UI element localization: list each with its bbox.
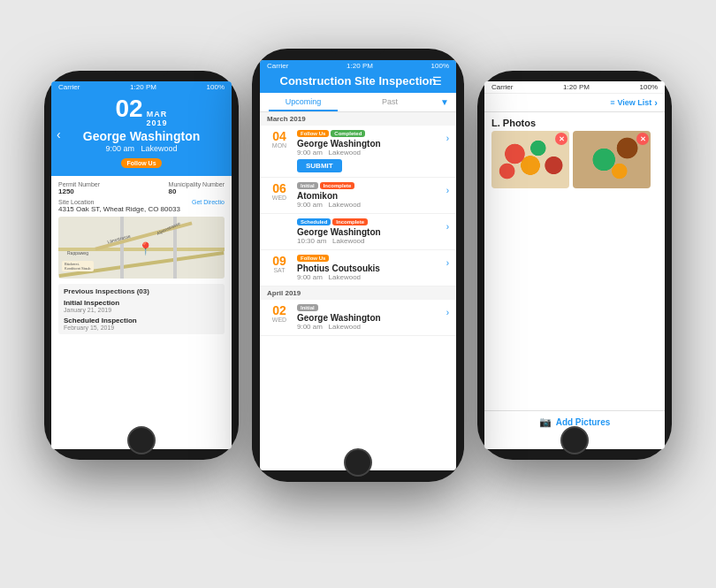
right-header: ≡ View List › bbox=[484, 94, 665, 112]
get-directions-link[interactable]: Get Directio bbox=[192, 199, 225, 205]
remove-photo-button[interactable]: ✕ bbox=[636, 133, 649, 145]
inspection-name-initial: Initial Inspection bbox=[64, 299, 219, 307]
follow-button[interactable]: Follow Us bbox=[121, 158, 161, 168]
center-status-bar: Carrier 1:20 PM 100% bbox=[260, 60, 456, 72]
center-carrier: Carrier bbox=[267, 62, 288, 70]
inspection-date-scheduled: February 15, 2019 bbox=[64, 325, 219, 331]
insp-name: Photius Coutsoukis bbox=[297, 263, 446, 273]
add-pictures-button[interactable]: 📷 Add Pictures bbox=[484, 410, 665, 433]
insp-content: Follow Us Photius Coutsoukis 9:00 am Lak… bbox=[297, 255, 446, 281]
left-screen: Carrier 1:20 PM 100% ‹ 02 MAR 2019 Georg… bbox=[51, 81, 232, 449]
municipality-label: Municipality Number bbox=[169, 181, 225, 187]
permit-block: Permit Number 1250 bbox=[58, 181, 100, 195]
dow: WED bbox=[267, 317, 292, 323]
left-header: ‹ 02 MAR 2019 George Washington 9:00 am … bbox=[51, 93, 232, 176]
insp-time-loc: 9:00 am Lakewood bbox=[297, 149, 446, 157]
left-time-location: 9:00 am Lakewood bbox=[58, 144, 225, 153]
municipality-block: Municipality Number 80 bbox=[169, 181, 225, 195]
insp-time-loc: 10:30 am Lakewood bbox=[297, 237, 446, 245]
app-title: Construction Site Inspection bbox=[280, 74, 437, 88]
center-header: Construction Site Inspection ☰ bbox=[260, 72, 456, 93]
tab-past[interactable]: Past bbox=[347, 93, 433, 111]
site-address: 4315 Oak ST, Wheat Ridge, CO 80033 bbox=[58, 205, 225, 213]
left-carrier: Carrier bbox=[58, 83, 80, 91]
day: 09 bbox=[267, 255, 292, 267]
insp-badges: Follow Us Completed bbox=[297, 130, 446, 137]
badge-completed: Completed bbox=[331, 130, 365, 137]
badge-incomplete: Incomplete bbox=[332, 218, 368, 225]
list-item[interactable]: Scheduled Incomplete George Washington 1… bbox=[260, 214, 456, 250]
tab-upcoming[interactable]: Upcoming bbox=[260, 93, 347, 111]
chevron-right-icon: › bbox=[446, 130, 449, 143]
right-screen: Carrier 1:20 PM 100% ≡ View List › L. Ph… bbox=[484, 81, 665, 449]
menu-icon[interactable]: ☰ bbox=[432, 75, 442, 88]
inspection-name-scheduled: Scheduled Inspection bbox=[64, 317, 219, 325]
map-preview[interactable]: Rappaweg Länsstrasse Alpenstrasse Bäcker… bbox=[58, 217, 225, 279]
insp-badges: Scheduled Incomplete bbox=[297, 218, 446, 225]
insp-name: George Washington bbox=[297, 227, 446, 237]
site-location-block: Site Location Get Directio 4315 Oak ST, … bbox=[58, 199, 225, 213]
photos-section-title: L. Photos bbox=[484, 112, 665, 131]
dow: WED bbox=[267, 195, 292, 201]
chevron-right-icon: › bbox=[446, 255, 449, 268]
submit-button[interactable]: SUBMIT bbox=[297, 159, 342, 172]
list-item[interactable]: 09 SAT Follow Us Photius Coutsoukis 9:00… bbox=[260, 250, 456, 286]
permit-row: Permit Number 1250 Municipality Number 8… bbox=[58, 181, 225, 195]
day: 02 bbox=[267, 304, 292, 317]
dow: SAT bbox=[267, 267, 292, 273]
list-item[interactable]: 04 MON Follow Us Completed George Washin… bbox=[260, 126, 456, 178]
insp-badges: Initial Incomplete bbox=[297, 182, 446, 189]
left-battery: 100% bbox=[207, 83, 225, 91]
back-arrow-icon[interactable]: ‹ bbox=[57, 127, 61, 141]
chevron-right-icon: › bbox=[446, 182, 449, 195]
inspection-item-initial: Initial Inspection January 21, 2019 bbox=[64, 299, 219, 313]
left-time: 9:00 am bbox=[105, 144, 134, 153]
list-item[interactable]: 02 WED Initial George Washington 9:00 am… bbox=[260, 300, 456, 336]
view-list-button[interactable]: ≡ View List › bbox=[610, 97, 658, 108]
badge-initial: Initial bbox=[297, 182, 318, 189]
left-time: 1:20 PM bbox=[130, 83, 156, 91]
center-screen: Carrier 1:20 PM 100% Construction Site I… bbox=[260, 60, 456, 470]
municipality-value: 80 bbox=[169, 187, 225, 195]
photos-grid: ✕ ✕ bbox=[484, 131, 665, 188]
photo-thumb-food: ✕ bbox=[573, 131, 651, 188]
chevron-right-icon: › bbox=[446, 304, 449, 317]
chevron-right-icon: › bbox=[446, 218, 449, 232]
inspection-item-scheduled: Scheduled Inspection February 15, 2019 bbox=[64, 317, 219, 331]
add-pictures-label: Add Pictures bbox=[556, 417, 611, 427]
insp-badges: Initial bbox=[297, 304, 446, 311]
badge-followup: Follow Us bbox=[297, 130, 329, 137]
insp-time-loc: 9:00 am Lakewood bbox=[297, 323, 446, 331]
date-block: 02 WED bbox=[267, 304, 292, 323]
insp-time-loc: 9:00 am Lakewood bbox=[297, 201, 446, 209]
month-header-april: April 2019 bbox=[260, 286, 456, 300]
tabs-bar: Upcoming Past ▼ bbox=[260, 93, 456, 112]
list-item[interactable]: 06 WED Initial Incomplete Atomikon 9:00 … bbox=[260, 178, 456, 214]
date-block: 06 WED bbox=[267, 182, 292, 201]
left-body: Permit Number 1250 Municipality Number 8… bbox=[51, 176, 232, 343]
insp-content: Initial Incomplete Atomikon 9:00 am Lake… bbox=[297, 182, 446, 209]
previous-inspections-title: Previous Inspections (03) bbox=[64, 287, 219, 295]
dow: MON bbox=[267, 142, 292, 149]
center-header-inner: Construction Site Inspection ☰ bbox=[267, 74, 449, 88]
badge-scheduled: Scheduled bbox=[297, 218, 331, 225]
photo-thumb-fruits: ✕ bbox=[491, 131, 569, 188]
scene: Carrier 1:20 PM 100% ‹ 02 MAR 2019 Georg… bbox=[0, 0, 716, 588]
camera-icon: 📷 bbox=[539, 416, 552, 428]
insp-content: Initial George Washington 9:00 am Lakewo… bbox=[297, 304, 446, 331]
center-time: 1:20 PM bbox=[347, 62, 373, 70]
remove-photo-button[interactable]: ✕ bbox=[555, 133, 567, 145]
left-status-bar: Carrier 1:20 PM 100% bbox=[51, 81, 232, 93]
filter-icon[interactable]: ▼ bbox=[433, 93, 456, 111]
left-person-name: George Washington bbox=[58, 129, 225, 143]
chevron-right-icon: › bbox=[654, 97, 658, 108]
insp-badges: Follow Us bbox=[297, 255, 446, 262]
badge-followup: Follow Us bbox=[297, 255, 329, 262]
insp-name: Atomikon bbox=[297, 191, 446, 201]
insp-name: George Washington bbox=[297, 313, 446, 323]
list-icon: ≡ bbox=[610, 98, 614, 107]
permit-label: Permit Number bbox=[58, 181, 100, 187]
phone-right: Carrier 1:20 PM 100% ≡ View List › L. Ph… bbox=[477, 71, 672, 460]
left-date-day: 02 bbox=[115, 96, 142, 121]
date-block: 09 SAT bbox=[267, 255, 292, 273]
